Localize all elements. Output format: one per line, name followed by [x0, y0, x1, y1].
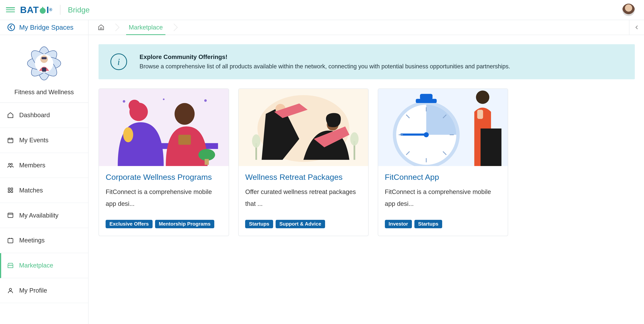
svg-point-10 [8, 163, 10, 165]
spaces-label: My Bridge Spaces [19, 23, 74, 31]
card-image [378, 89, 508, 166]
svg-point-6 [40, 55, 48, 63]
svg-point-26 [163, 98, 165, 100]
layout: Fitness and Wellness Dashboard My Events… [0, 35, 644, 324]
card-title-link[interactable]: Corporate Wellness Programs [106, 173, 222, 182]
tag[interactable]: Startups [245, 220, 273, 228]
nav-my-availability[interactable]: My Availability [0, 203, 88, 228]
tag[interactable]: Startups [414, 220, 442, 228]
calendar-icon [7, 137, 14, 144]
calendar-icon [7, 237, 14, 244]
card-description: FitConnect is a comprehensive mobile app… [385, 186, 501, 210]
card-description: FitConnect is a comprehensive mobile app… [106, 186, 222, 210]
store-icon [6, 262, 14, 269]
users-icon [7, 161, 14, 169]
logo-text: BAT I® [20, 4, 52, 15]
info-banner: i Explore Community Offerings! Browse a … [98, 44, 635, 79]
svg-rect-21 [178, 135, 191, 145]
profile-icon [7, 287, 14, 294]
card-image [99, 89, 228, 166]
svg-point-24 [123, 100, 125, 103]
svg-rect-7 [42, 57, 46, 59]
card-tags: Investor Startups [385, 220, 501, 228]
marketplace-cards: Corporate Wellness Programs FitConnect i… [98, 88, 508, 236]
svg-point-20 [174, 103, 195, 125]
banner-title: Explore Community Offerings! [140, 53, 510, 60]
topbar: BAT I® Bridge [0, 0, 644, 20]
card-tags: Exclusive Offers Mentorship Programs [106, 220, 222, 228]
svg-rect-8 [42, 68, 46, 72]
breadcrumb-sep-icon [113, 20, 120, 35]
svg-rect-38 [420, 94, 432, 100]
svg-rect-13 [8, 238, 13, 243]
main-content: i Explore Community Offerings! Browse a … [88, 35, 644, 324]
svg-point-11 [11, 163, 12, 165]
tag[interactable]: Mentorship Programs [155, 220, 214, 228]
nav-my-events[interactable]: My Events [0, 128, 88, 153]
card-tags: Startups Support & Advice [245, 220, 361, 228]
puzzle-icon [7, 187, 14, 194]
marketplace-card: FitConnect App FitConnect is a comprehen… [378, 88, 508, 236]
svg-rect-39 [416, 99, 436, 103]
info-icon: i [110, 53, 127, 70]
brand-logo[interactable]: BAT I® Bridge [20, 4, 90, 15]
marketplace-card: Wellness Retreat Packages Offer curated … [238, 88, 368, 236]
svg-rect-51 [477, 110, 483, 119]
user-avatar[interactable] [622, 4, 635, 16]
svg-rect-23 [205, 159, 209, 165]
svg-point-34 [350, 132, 358, 146]
marketplace-card: Corporate Wellness Programs FitConnect i… [98, 88, 229, 236]
breadcrumb-home[interactable] [88, 20, 113, 35]
svg-rect-9 [8, 138, 13, 143]
tag[interactable]: Investor [385, 220, 412, 228]
svg-point-19 [123, 127, 133, 142]
hamburger-icon[interactable] [6, 5, 15, 14]
card-image [239, 89, 368, 166]
svg-point-25 [204, 99, 207, 102]
breadcrumb-sep-icon [171, 20, 179, 35]
nav-members[interactable]: Members [0, 153, 88, 178]
product-name: Bridge [68, 5, 90, 14]
svg-point-32 [252, 134, 260, 148]
my-bridge-spaces-button[interactable]: My Bridge Spaces [0, 20, 88, 35]
space-header: Fitness and Wellness [0, 35, 88, 103]
availability-icon [7, 212, 14, 219]
collapse-panel-button[interactable] [629, 20, 644, 35]
secondbar: My Bridge Spaces Marketplace [0, 20, 644, 35]
nav-dashboard[interactable]: Dashboard [0, 103, 88, 128]
breadcrumb-marketplace[interactable]: Marketplace [120, 20, 171, 35]
space-title: Fitness and Wellness [14, 88, 74, 96]
tag[interactable]: Exclusive Offers [106, 220, 152, 228]
nav-my-profile[interactable]: My Profile [0, 278, 88, 303]
svg-point-50 [476, 91, 489, 104]
home-icon [7, 111, 14, 119]
svg-point-14 [10, 288, 12, 291]
card-description: Offer curated wellness retreat packages … [245, 186, 361, 210]
card-title-link[interactable]: FitConnect App [385, 173, 501, 182]
svg-rect-52 [480, 128, 502, 166]
topbar-left: BAT I® Bridge [6, 4, 90, 15]
banner-description: Browse a comprehensive list of all produ… [140, 63, 510, 70]
svg-rect-12 [8, 213, 13, 218]
breadcrumbs: Marketplace [88, 20, 629, 35]
svg-point-0 [40, 8, 46, 13]
nav-matches[interactable]: Matches [0, 178, 88, 203]
nav-marketplace[interactable]: Marketplace [0, 253, 88, 278]
sidebar-nav: Dashboard My Events Members Matches My A… [0, 103, 88, 303]
info-text: Explore Community Offerings! Browse a co… [140, 53, 510, 70]
svg-point-18 [128, 100, 140, 111]
space-avatar [23, 42, 65, 84]
sidebar: Fitness and Wellness Dashboard My Events… [0, 35, 88, 324]
nav-meetings[interactable]: Meetings [0, 228, 88, 253]
card-title-link[interactable]: Wellness Retreat Packages [245, 173, 361, 182]
tag[interactable]: Support & Advice [276, 220, 325, 228]
back-icon [8, 23, 15, 31]
svg-rect-41 [400, 133, 425, 136]
svg-point-22 [198, 149, 215, 161]
